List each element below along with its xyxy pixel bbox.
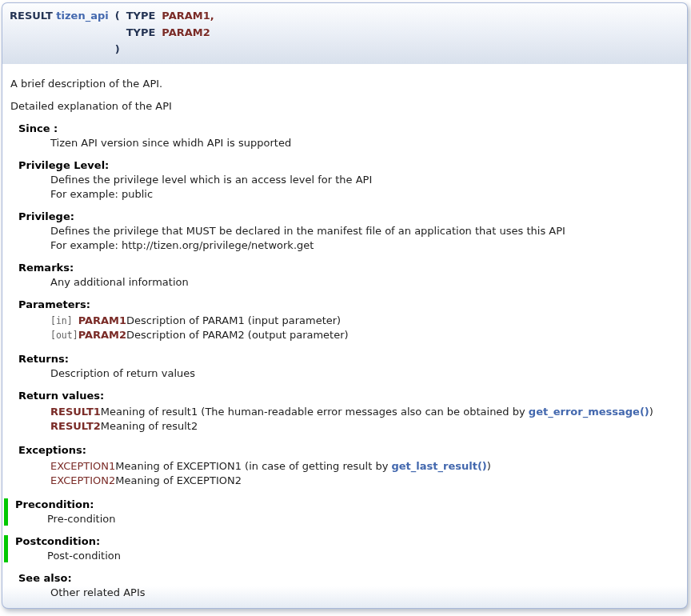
signature-spacer-cell: [158, 41, 217, 58]
parameter-row: [in] PARAM1 Description of PARAM1 (input…: [50, 314, 349, 327]
return-value-description: Meaning of result1 (The human-readable e…: [101, 406, 653, 418]
exceptions-table-wrap: EXCEPTION1 Meaning of EXCEPTION1 (in cas…: [50, 458, 680, 489]
return-values-heading: Return values:: [18, 390, 680, 402]
privilege-heading: Privilege:: [18, 210, 680, 223]
close-paren: ): [112, 41, 123, 58]
exceptions-heading: Exceptions:: [18, 444, 680, 457]
postcondition-body: Post-condition: [47, 550, 680, 562]
return-value-description: Meaning of result2: [101, 420, 653, 433]
section-postcondition: Postcondition: Post-condition: [4, 535, 680, 562]
see-also-heading: See also:: [18, 572, 680, 585]
section-privilege: Privilege: Defines the privilege that MU…: [18, 210, 680, 252]
signature-row-3: ): [6, 41, 218, 58]
param-name-1: PARAM1,: [158, 7, 217, 24]
return-value-row: RESULT2 Meaning of result2: [50, 420, 653, 433]
signature-row-1: RESULT tizen_api ( TYPE PARAM1,: [6, 7, 218, 24]
exception-name: EXCEPTION1: [50, 460, 115, 473]
return-value-row: RESULT1 Meaning of result1 (The human-re…: [50, 406, 653, 418]
function-name-link[interactable]: tizen_api: [56, 10, 108, 22]
exception-description: Meaning of EXCEPTION1 (in case of gettin…: [115, 460, 491, 473]
section-returns: Returns: Description of return values: [18, 353, 680, 380]
return-type: RESULT: [10, 10, 53, 22]
exceptions-table: EXCEPTION1 Meaning of EXCEPTION1 (in cas…: [50, 458, 491, 489]
param-name: PARAM2: [78, 329, 126, 342]
function-signature-header: RESULT tizen_api ( TYPE PARAM1, TYPE PAR…: [2, 2, 688, 64]
returns-heading: Returns:: [18, 353, 680, 366]
exception-name: EXCEPTION2: [50, 474, 115, 487]
exception-row: EXCEPTION1 Meaning of EXCEPTION1 (in cas…: [50, 460, 491, 473]
section-parameters: Parameters: [in] PARAM1 Description of P…: [18, 298, 680, 343]
param-name: PARAM1: [78, 314, 126, 327]
signature-spacer-cell: [123, 41, 159, 58]
parameters-table: [in] PARAM1 Description of PARAM1 (input…: [50, 313, 349, 343]
postcondition-heading: Postcondition:: [15, 535, 680, 548]
param-description: Description of PARAM1 (input parameter): [126, 314, 349, 327]
api-doc-card: RESULT tizen_api ( TYPE PARAM1, TYPE PAR…: [2, 2, 688, 609]
remarks-heading: Remarks:: [18, 262, 680, 274]
param-direction: [in]: [50, 314, 78, 327]
param-name-2: PARAM2: [158, 24, 217, 41]
signature-table: RESULT tizen_api ( TYPE PARAM1, TYPE PAR…: [6, 7, 218, 58]
error-message-link[interactable]: get_error_message(): [529, 406, 649, 418]
section-see-also: See also: Other related APIs: [18, 572, 680, 599]
privilege-line: Defines the privilege that MUST be decla…: [50, 225, 680, 238]
precondition-heading: Precondition:: [15, 498, 680, 511]
exception-text: ): [487, 460, 491, 472]
return-values-table-wrap: RESULT1 Meaning of result1 (The human-re…: [50, 404, 680, 434]
remarks-body: Any additional information: [50, 276, 680, 289]
since-body: Tizen API version since whidh API is sup…: [50, 137, 680, 150]
privilege-line: For example: http://tizen.org/privilege/…: [50, 239, 680, 252]
since-heading: Since :: [18, 122, 680, 135]
privilege-level-line: For example: public: [50, 188, 680, 201]
exception-text: Meaning of EXCEPTION1 (in case of gettin…: [115, 460, 391, 472]
param-direction: [out]: [50, 329, 78, 342]
exception-description: Meaning of EXCEPTION2: [115, 474, 491, 487]
param-type-1: TYPE: [123, 7, 159, 24]
exception-row: EXCEPTION2 Meaning of EXCEPTION2: [50, 474, 491, 487]
parameter-row: [out] PARAM2 Description of PARAM2 (outp…: [50, 329, 349, 342]
brief-description: A brief description of the API.: [10, 78, 680, 90]
param-type-2: TYPE: [123, 24, 159, 41]
last-result-link[interactable]: get_last_result(): [391, 460, 486, 472]
signature-name-cell: RESULT tizen_api: [6, 7, 112, 24]
returns-body: Description of return values: [50, 367, 680, 380]
privilege-level-line: Defines the privilege level which is an …: [50, 174, 680, 186]
section-since: Since : Tizen API version since whidh AP…: [18, 122, 680, 150]
return-values-table: RESULT1 Meaning of result1 (The human-re…: [50, 404, 653, 434]
param-description: Description of PARAM2 (output parameter): [126, 329, 349, 342]
precondition-body: Pre-condition: [47, 513, 680, 526]
section-exceptions: Exceptions: EXCEPTION1 Meaning of EXCEPT…: [18, 444, 680, 489]
detailed-description: Detailed explanation of the API: [10, 100, 680, 113]
parameters-table-wrap: [in] PARAM1 Description of PARAM1 (input…: [50, 313, 680, 343]
section-remarks: Remarks: Any additional information: [18, 262, 680, 289]
signature-row-2: TYPE PARAM2: [6, 24, 218, 41]
exception-text: Meaning of EXCEPTION2: [115, 474, 242, 486]
signature-spacer-cell: [6, 24, 112, 41]
section-return-values: Return values: RESULT1 Meaning of result…: [18, 390, 680, 434]
return-value-text: ): [649, 406, 653, 418]
return-value-text: Meaning of result2: [101, 420, 198, 432]
section-precondition: Precondition: Pre-condition: [4, 498, 680, 526]
return-value-name: RESULT2: [50, 420, 101, 433]
return-value-text: Meaning of result1 (The human-readable e…: [101, 406, 529, 418]
return-value-name: RESULT1: [50, 406, 101, 418]
privilege-level-heading: Privilege Level:: [18, 159, 680, 172]
signature-spacer-cell: [6, 41, 112, 58]
parameters-heading: Parameters:: [18, 298, 680, 311]
signature-spacer-cell: [112, 24, 123, 41]
see-also-body: Other related APIs: [50, 586, 680, 599]
doc-body: A brief description of the API. Detailed…: [2, 64, 688, 609]
section-privilege-level: Privilege Level: Defines the privilege l…: [18, 159, 680, 201]
open-paren: (: [112, 7, 123, 24]
